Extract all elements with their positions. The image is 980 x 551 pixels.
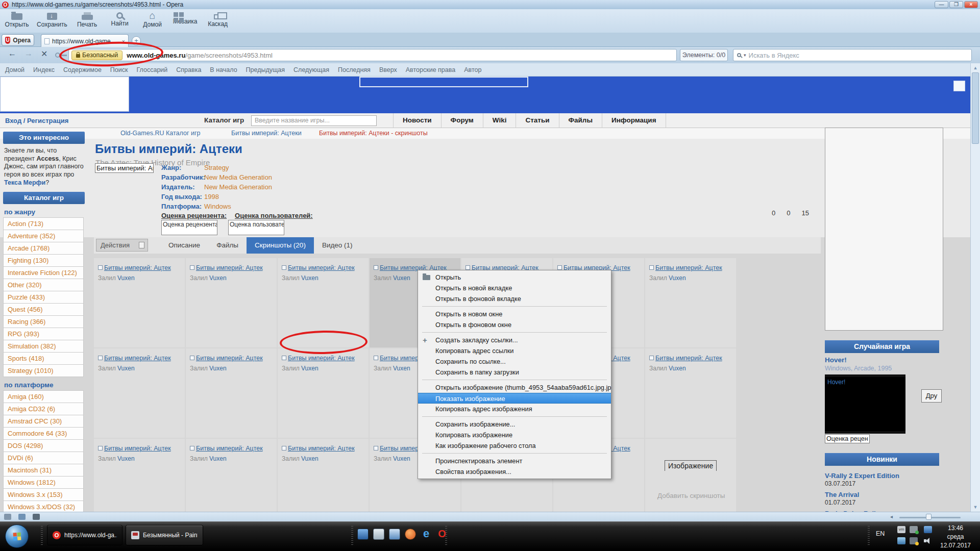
back-icon[interactable]: ← (8, 49, 16, 58)
context-menu-item[interactable]: Сохранить по ссылке... (418, 356, 611, 367)
context-menu-item[interactable]: Сохранить изображение... (418, 419, 611, 430)
help-menu-item[interactable]: Последняя (338, 66, 371, 73)
sidebar-platform-item[interactable]: Amiga CD32 (6) (3, 403, 84, 415)
sidebar-genre-item[interactable]: Simulation (382) (3, 340, 84, 353)
random-game-thumbnail[interactable]: Hover! (825, 374, 905, 434)
uploader-link[interactable]: Vuxen (117, 274, 135, 282)
help-menu-item[interactable]: Автор (464, 66, 481, 73)
actions-dropdown[interactable]: Действия (96, 239, 148, 252)
sidebar-genre-item[interactable]: Fighting (130) (3, 254, 84, 267)
login-link[interactable]: Вход / Регистрация (5, 117, 68, 124)
vertical-scrollbar[interactable]: ▲ ▼ (970, 63, 980, 512)
site-nav-item[interactable]: Новости (393, 113, 442, 128)
uploader-link[interactable]: Vuxen (669, 274, 686, 282)
opera-menu-button[interactable]: U Opera (2, 34, 34, 46)
screenshot-cell[interactable]: Битвы империй: АцтекЗалил Vuxen (94, 348, 185, 438)
screenshot-cell[interactable]: Битвы империй: АцтекЗалил Vuxen (278, 348, 369, 438)
help-menu-item[interactable]: Индекс (33, 66, 55, 73)
other-game-button[interactable]: Дру (921, 389, 942, 403)
screenshot-link[interactable]: Битвы империй: Ацтек (98, 445, 182, 452)
sidebar-platform-item[interactable]: DOS (4298) (3, 439, 84, 452)
site-nav-item[interactable]: Информация (602, 113, 666, 128)
help-menu-item[interactable]: Поиск (110, 66, 128, 73)
sidebar-genre-item[interactable]: Sports (418) (3, 352, 84, 365)
news-title-link[interactable]: The Arrival (825, 491, 942, 498)
close-button[interactable]: × (964, 1, 978, 8)
uploader-link[interactable]: Vuxen (669, 365, 686, 372)
context-menu-item[interactable]: Копировать адрес ссылки (418, 345, 611, 356)
context-menu-item[interactable]: +Создать закладку ссылки... (418, 335, 611, 345)
documents-icon[interactable] (389, 529, 400, 540)
context-menu-item[interactable]: Копировать изображение (418, 430, 611, 440)
screenshot-cell[interactable]: Битвы империй: АцтекЗалил Vuxen (645, 348, 736, 438)
fact-link[interactable]: Текса Мерфи (4, 179, 45, 186)
screenshot-cell[interactable]: Битвы империй: АцтекЗалил Vuxen (278, 439, 369, 512)
game-info-value[interactable]: 1998 (204, 193, 219, 201)
minimize-button[interactable]: — (935, 1, 948, 8)
breadcrumb-link[interactable]: Битвы империй: Ацтеки (231, 130, 302, 137)
uploader-link[interactable]: Vuxen (117, 455, 135, 462)
game-info-value[interactable]: Strategy (204, 164, 229, 171)
screenshot-link[interactable]: Битвы империй: Ацтек (98, 355, 182, 362)
toolbar-button[interactable]: Мозаика (170, 11, 200, 26)
context-menu-item[interactable]: Проинспектировать элемент (418, 456, 611, 466)
site-nav-item[interactable]: Форум (442, 113, 483, 128)
context-menu-item[interactable]: Открыть в фоновом окне (418, 319, 611, 330)
zoom-out-icon[interactable]: ◂ (890, 514, 893, 519)
help-menu-item[interactable]: Предыдущая (246, 66, 285, 73)
content-tab[interactable]: Скриншоты (20) (247, 237, 314, 254)
content-tab[interactable]: Описание (160, 237, 208, 254)
uploader-link[interactable]: Vuxen (393, 274, 410, 282)
help-menu-item[interactable]: Глоссарий (136, 66, 167, 73)
context-menu-item[interactable]: Показать изображение (418, 393, 611, 404)
help-menu-item[interactable]: Авторские права (406, 66, 455, 73)
random-game-link[interactable]: Hover! (825, 356, 847, 364)
camera-icon[interactable] (33, 514, 40, 520)
help-menu-item[interactable]: Содержимое (63, 66, 102, 73)
content-tab[interactable]: Файлы (208, 237, 247, 254)
site-nav-item[interactable]: Файлы (559, 113, 602, 128)
toolbar-button[interactable]: Сохранить (35, 11, 69, 29)
screenshot-link[interactable]: Битвы империй: Ацтек (649, 355, 733, 362)
game-info-value[interactable]: New Media Generation (204, 173, 272, 181)
maximize-button[interactable]: ❐ (949, 1, 963, 8)
chevron-down-icon[interactable]: ▾ (744, 53, 746, 58)
toolbar-button[interactable]: Печать (72, 11, 102, 29)
network-icon[interactable] (924, 526, 932, 533)
taskbar-button[interactable]: Безымянный - Paint (126, 525, 203, 545)
screenshot-link[interactable]: Битвы империй: Ацтек (282, 445, 365, 452)
screenshot-cell[interactable]: Битвы империй: АцтекЗалил Vuxen (186, 439, 277, 512)
screenshot-link[interactable]: Битвы империй: Ацтек (190, 445, 274, 452)
context-menu-item[interactable]: Открыть в фоновой вкладке (418, 293, 611, 304)
uploader-link[interactable]: Vuxen (209, 274, 227, 282)
windows-icon[interactable] (373, 529, 384, 540)
toolbar-button[interactable]: Найти (105, 11, 135, 28)
sidebar-genre-item[interactable]: Puzzle (433) (3, 291, 84, 304)
panel-icon[interactable] (4, 514, 11, 520)
site-nav-item[interactable]: Wiki (483, 113, 517, 128)
sidebar-genre-item[interactable]: Strategy (1010) (3, 364, 84, 377)
screenshot-link[interactable]: Битвы империй: Ацтек (649, 264, 733, 271)
screenshot-cell[interactable]: Битвы империй: АцтекЗалил Vuxen (94, 258, 185, 347)
context-menu-item[interactable]: Открыть в новом окне (418, 309, 611, 319)
screenshot-cell[interactable]: Битвы империй: АцтекЗалил Vuxen (186, 348, 277, 438)
help-menu-item[interactable]: В начало (210, 66, 237, 73)
taskbar-clock[interactable]: 13:46 среда 12.07.2017 (935, 524, 976, 550)
language-indicator[interactable]: EN (876, 530, 885, 537)
context-menu-item[interactable]: Открыть (418, 272, 611, 283)
breadcrumb-link[interactable]: Old-Games.RU (120, 130, 164, 137)
sidebar-platform-item[interactable]: Windows (1812) (3, 476, 84, 489)
sidebar-genre-item[interactable]: Other (320) (3, 279, 84, 291)
uploader-link[interactable]: Vuxen (393, 365, 410, 372)
sidebar-genre-item[interactable]: RPG (393) (3, 328, 84, 340)
sidebar-platform-item[interactable]: Amiga (160) (3, 390, 84, 403)
context-menu-item[interactable]: Открыть в новой вкладке (418, 283, 611, 293)
sidebar-platform-item[interactable]: DVDi (6) (3, 452, 84, 464)
news-item[interactable]: The Arrival01.07.2017 (825, 491, 942, 506)
context-menu-item[interactable]: Сохранить в папку загрузки (418, 367, 611, 378)
ie-icon[interactable]: e (421, 529, 432, 540)
sidebar-genre-item[interactable]: Interactive Fiction (122) (3, 266, 84, 279)
help-menu-item[interactable]: Справка (176, 66, 201, 73)
screenshot-link[interactable]: Битвы империй: Ацтек (190, 264, 274, 271)
screenshot-link[interactable]: Битвы империй: Ацтек (282, 264, 365, 271)
